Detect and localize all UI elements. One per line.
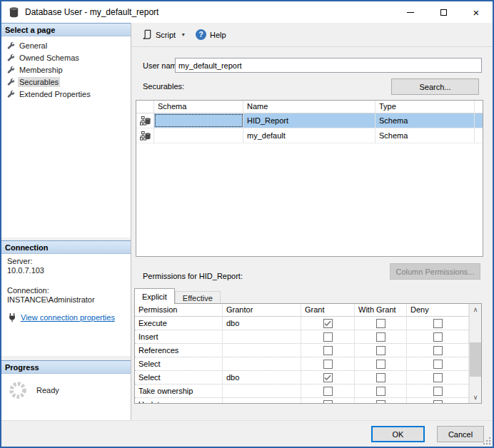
grant-checkbox[interactable] xyxy=(323,346,333,355)
securables-label: Securables: xyxy=(143,82,184,91)
grant-checkbox[interactable] xyxy=(323,400,333,404)
ok-button[interactable]: OK xyxy=(371,426,425,442)
permission-row-select: Selectdbo xyxy=(135,371,469,385)
with-grant-cell xyxy=(355,371,407,384)
grant-cell xyxy=(301,330,355,343)
grantor-cell[interactable] xyxy=(223,398,301,404)
minimize-button[interactable] xyxy=(394,1,427,23)
permissions-grid: Permission Grantor Grant With Grant Deny… xyxy=(134,303,482,404)
with-grant-cell xyxy=(355,357,407,370)
deny-checkbox[interactable] xyxy=(433,332,443,342)
sidebar-item-membership[interactable]: Membership xyxy=(1,63,131,76)
row-selector-cell[interactable] xyxy=(136,113,154,128)
search-button[interactable]: Search... xyxy=(391,78,479,95)
type-cell[interactable]: Schema xyxy=(375,128,475,143)
deny-cell xyxy=(407,398,469,404)
with-grant-column-header[interactable]: With Grant xyxy=(355,304,407,316)
grant-cell xyxy=(301,317,355,330)
connection-properties-icon xyxy=(7,312,17,322)
close-button[interactable]: × xyxy=(460,1,493,23)
with-grant-checkbox[interactable] xyxy=(376,400,385,404)
permission-column-header[interactable]: Permission xyxy=(135,304,223,316)
footer: OK Cancel xyxy=(1,420,493,447)
scroll-up-icon[interactable]: ∧ xyxy=(470,304,481,315)
permission-cell[interactable]: References xyxy=(135,344,223,357)
column-permissions-button[interactable]: Column Permissions... xyxy=(390,263,480,280)
vertical-scrollbar[interactable]: ∧ ∨ xyxy=(469,304,481,403)
database-user-dialog: Database User - my_default_report × Sele… xyxy=(0,0,494,448)
deny-checkbox[interactable] xyxy=(433,346,443,355)
grantor-cell[interactable] xyxy=(223,385,301,397)
server-value: 10.0.7.103 xyxy=(7,266,126,275)
type-cell[interactable]: Schema xyxy=(375,113,475,128)
scrollbar-thumb[interactable] xyxy=(470,342,481,377)
grantor-cell[interactable] xyxy=(223,330,301,343)
name-cell[interactable]: HID_Report xyxy=(243,113,375,128)
scroll-down-icon[interactable]: ∨ xyxy=(470,392,481,403)
with-grant-cell xyxy=(355,330,407,343)
permissions-label: Permissions for HID_Report: xyxy=(143,272,243,280)
grantor-cell[interactable]: dbo xyxy=(223,317,301,330)
grant-checkbox[interactable] xyxy=(323,319,333,328)
schema-cell[interactable] xyxy=(154,113,243,128)
permission-cell[interactable]: Execute xyxy=(135,317,223,330)
with-grant-checkbox[interactable] xyxy=(376,319,385,328)
row-selector-cell[interactable] xyxy=(136,128,154,143)
permission-cell[interactable]: Update xyxy=(135,398,223,404)
deny-checkbox[interactable] xyxy=(433,373,443,382)
grantor-cell[interactable] xyxy=(223,344,301,357)
cancel-button[interactable]: Cancel xyxy=(437,426,484,442)
grant-cell xyxy=(301,371,355,384)
name-column-header[interactable]: Name xyxy=(243,101,375,113)
deny-cell xyxy=(407,357,469,370)
grantor-cell[interactable]: dbo xyxy=(223,371,301,384)
grant-checkbox[interactable] xyxy=(323,332,333,342)
permission-cell[interactable]: Select xyxy=(135,357,223,370)
permission-cell[interactable]: Select xyxy=(135,371,223,384)
maximize-button[interactable] xyxy=(427,1,460,23)
grant-cell xyxy=(301,398,355,404)
securable-row-hid-report[interactable]: HID_ReportSchema xyxy=(136,113,483,128)
user-name-input[interactable] xyxy=(175,58,482,73)
with-grant-checkbox[interactable] xyxy=(376,387,385,396)
permission-cell[interactable]: Insert xyxy=(135,330,223,343)
view-connection-properties-link[interactable]: View connection properties xyxy=(21,313,115,322)
securable-row-my-default[interactable]: my_defaultSchema xyxy=(136,128,483,143)
resize-grip[interactable] xyxy=(483,437,490,444)
schema-column-header[interactable]: Schema xyxy=(154,101,243,113)
grantor-column-header[interactable]: Grantor xyxy=(223,304,301,316)
script-button[interactable]: Script ▼ xyxy=(137,26,190,43)
with-grant-checkbox[interactable] xyxy=(376,332,385,342)
deny-checkbox[interactable] xyxy=(433,400,443,404)
deny-checkbox[interactable] xyxy=(433,360,443,369)
grant-checkbox[interactable] xyxy=(323,373,333,382)
with-grant-checkbox[interactable] xyxy=(376,360,385,369)
tab-effective[interactable]: Effective xyxy=(175,291,221,304)
grant-checkbox[interactable] xyxy=(323,387,333,396)
with-grant-checkbox[interactable] xyxy=(376,373,385,382)
chevron-down-icon: ▼ xyxy=(181,32,186,37)
deny-cell xyxy=(407,330,469,343)
sidebar-item-label: Membership xyxy=(18,65,64,75)
maximize-icon xyxy=(440,9,447,16)
deny-checkbox[interactable] xyxy=(433,387,443,396)
sidebar-item-general[interactable]: General xyxy=(1,39,131,51)
name-cell[interactable]: my_default xyxy=(243,128,375,143)
grant-checkbox[interactable] xyxy=(323,360,333,369)
with-grant-checkbox[interactable] xyxy=(376,346,385,355)
tab-explicit[interactable]: Explicit xyxy=(134,288,175,304)
deny-checkbox[interactable] xyxy=(433,319,443,328)
sidebar-item-extended-properties[interactable]: Extended Properties xyxy=(1,88,131,100)
help-button[interactable]: ? Help xyxy=(191,26,231,43)
progress-panel: Progress Ready xyxy=(1,360,131,420)
type-column-header[interactable]: Type xyxy=(375,101,475,113)
schema-cell[interactable] xyxy=(154,128,243,143)
grant-column-header[interactable]: Grant xyxy=(301,304,355,316)
wrench-icon xyxy=(6,90,14,98)
deny-column-header[interactable]: Deny xyxy=(407,304,469,316)
permission-cell[interactable]: Take ownership xyxy=(135,385,223,397)
sidebar-item-owned-schemas[interactable]: Owned Schemas xyxy=(1,51,131,63)
grantor-cell[interactable] xyxy=(223,357,301,370)
sidebar-item-securables[interactable]: Securables xyxy=(1,76,131,88)
sidebar-item-label: Extended Properties xyxy=(18,89,92,99)
